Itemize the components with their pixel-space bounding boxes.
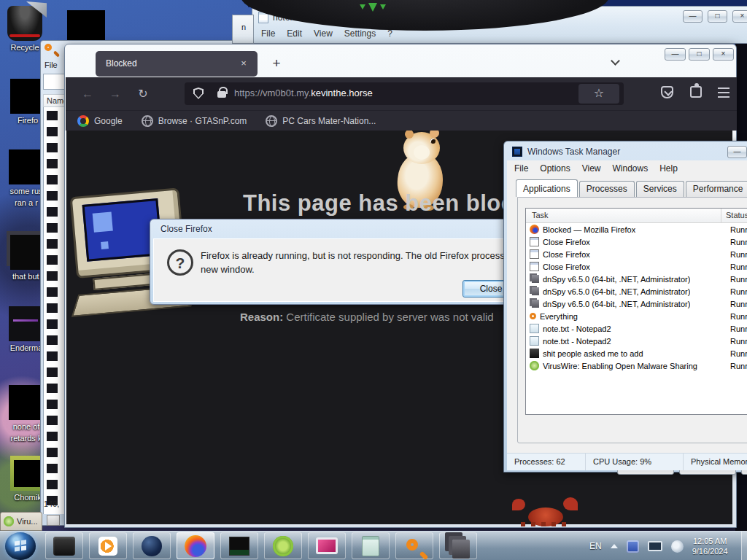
bookmark-star-button[interactable]: ☆	[578, 84, 619, 104]
task-row[interactable]: Close Firefox Running	[526, 236, 747, 248]
forward-button[interactable]: →	[107, 85, 124, 103]
desktop-icon-image	[7, 6, 42, 41]
taskbar-app-button[interactable]	[177, 532, 214, 559]
everything-statusbar-button[interactable]	[47, 515, 60, 526]
show-desktop-button[interactable]	[741, 532, 747, 560]
taskbar-app-button[interactable]	[439, 532, 477, 559]
taskbar-app-button[interactable]	[308, 532, 346, 559]
hamster-ear	[430, 131, 439, 138]
task-row-status: Running	[730, 225, 747, 234]
desktop-icon-censored-folder[interactable]	[67, 10, 105, 44]
tray-clock[interactable]: 12:05 AM 9/16/2024	[692, 536, 728, 556]
applications-list-header: Task Status	[526, 209, 747, 223]
task-row[interactable]: Everything Running	[526, 310, 747, 322]
taskbar-app-icon	[406, 539, 418, 551]
task-row-status: Running	[730, 324, 747, 333]
task-manager-menu-item[interactable]: Options	[540, 163, 570, 174]
taskbar-app-icon	[452, 540, 470, 559]
everything-magnifier-icon	[44, 44, 52, 51]
tray-language-indicator[interactable]: EN	[589, 541, 602, 551]
question-mark-icon: ?	[167, 249, 193, 276]
task-row-icon	[530, 262, 539, 271]
chevron-down-icon	[611, 56, 620, 66]
list-all-tabs-button[interactable]	[612, 58, 622, 68]
new-tab-button[interactable]: +	[268, 55, 285, 72]
task-manager-menu-item[interactable]: View	[582, 163, 601, 174]
task-manager-tab[interactable]: Services	[636, 181, 684, 198]
menu-hamburger-icon[interactable]	[718, 88, 729, 89]
applications-list[interactable]: Task Status Blocked — Mozilla Firefox Ru…	[525, 208, 747, 415]
taskbar-app-button[interactable]	[133, 532, 171, 559]
task-manager-minimize-button[interactable]: —	[727, 146, 747, 158]
bookmark-item[interactable]: Google	[77, 115, 123, 127]
start-button[interactable]	[5, 532, 36, 560]
taskbar-app-button[interactable]	[352, 532, 390, 559]
everything-file-menu[interactable]: File	[44, 61, 58, 69]
notepad-maximize-button[interactable]: □	[708, 10, 727, 23]
notepad-menu-item[interactable]: File	[261, 28, 275, 39]
taskbar-app-button[interactable]	[45, 532, 83, 559]
task-row[interactable]: dnSpy v6.5.0 (64-bit, .NET, Administrato…	[526, 285, 747, 298]
crab-claw	[563, 497, 578, 510]
tray-monitor-icon[interactable]	[648, 541, 662, 551]
taskbar-app-button[interactable]	[264, 532, 302, 559]
bookmark-item[interactable]: PC Cars Mater-Nation...	[266, 115, 376, 127]
task-row[interactable]: dnSpy v6.5.0 (64-bit, .NET, Administrato…	[526, 273, 747, 285]
tracking-protection-shield-icon[interactable]	[193, 88, 204, 99]
taskbar-app-icon	[142, 536, 162, 556]
extensions-puzzle-icon[interactable]	[690, 86, 702, 98]
firefox-minimize-button[interactable]: —	[665, 48, 686, 61]
url-domain: kevinthe.horse	[311, 88, 373, 98]
task-row-status: Running	[730, 238, 747, 246]
task-manager-tab[interactable]: Applications	[516, 179, 578, 197]
task-row[interactable]: Blocked — Mozilla Firefox Running	[526, 223, 747, 236]
task-manager-menu-item[interactable]: Help	[659, 163, 678, 174]
notepad-menu-item[interactable]: Edit	[287, 28, 302, 39]
taskbar-app-icon	[53, 537, 75, 556]
task-row-status: Running	[730, 275, 747, 284]
dialog-body: ? Firefox is already running, but is not…	[153, 238, 557, 302]
tray-volume-icon[interactable]	[671, 540, 684, 553]
column-header-task[interactable]: Task	[526, 209, 721, 222]
firefox-maximize-button[interactable]: □	[689, 48, 710, 61]
task-row[interactable]: Close Firefox Running	[526, 248, 747, 260]
task-manager-menu-item[interactable]: File	[514, 163, 528, 174]
taskbar-app-button[interactable]	[220, 532, 258, 559]
task-manager-menu-item[interactable]: Windows	[613, 163, 649, 174]
creature-green-mark	[368, 3, 377, 12]
tab-blocked[interactable]: Blocked ×	[96, 51, 258, 77]
viruswire-window-fragment[interactable]: Viru...	[0, 512, 42, 531]
task-row[interactable]: VirusWire: Enabling Open Malware Sharing…	[526, 359, 747, 372]
taskbar-app-button[interactable]	[395, 532, 433, 559]
task-manager-tab[interactable]: Performance	[686, 181, 747, 198]
tray-hidden-icons-chevron[interactable]	[611, 544, 618, 548]
task-row[interactable]: Close Firefox Running	[526, 260, 747, 273]
notepad-menu-item[interactable]: View	[314, 28, 333, 39]
task-row[interactable]: dnSpy v6.5.0 (64-bit, .NET, Administrato…	[526, 298, 747, 310]
task-manager-tab[interactable]: Processes	[579, 181, 635, 198]
firefox-close-button[interactable]: ×	[713, 48, 734, 61]
task-row-status: Running	[730, 287, 747, 296]
tab-close-icon[interactable]: ×	[237, 58, 250, 71]
task-row-name: note.txt - Notepad2	[543, 337, 611, 346]
notepad-minimize-button[interactable]: —	[683, 10, 703, 23]
bookmark-favicon	[266, 115, 277, 127]
pocket-icon[interactable]	[661, 86, 673, 98]
notepad-menu-item[interactable]: Settings	[344, 28, 376, 39]
hamster-eye	[430, 139, 436, 144]
task-row[interactable]: note.txt - Notepad2 Running	[526, 322, 747, 335]
column-header-status[interactable]: Status	[721, 209, 747, 222]
task-row[interactable]: note.txt - Notepad2 Running	[526, 335, 747, 347]
task-row[interactable]: shit people asked me to add Running	[526, 347, 747, 359]
bookmark-item[interactable]: Browse · GTASnP.com	[142, 115, 247, 127]
lock-icon[interactable]	[217, 91, 226, 98]
back-button[interactable]: ←	[79, 85, 96, 103]
url-bar[interactable]: https://vm0b0t.my.kevinthe.horse ☆	[185, 82, 624, 105]
task-row-status: Running	[730, 300, 747, 308]
taskbar-app-button[interactable]	[89, 532, 127, 559]
bookmark-favicon	[142, 115, 153, 127]
task-manager-title: Windows Task Manager	[527, 147, 620, 157]
tray-icon-1[interactable]	[627, 540, 639, 553]
reload-button[interactable]: ↻	[134, 85, 152, 103]
notepad-close-button[interactable]: ×	[732, 10, 747, 23]
